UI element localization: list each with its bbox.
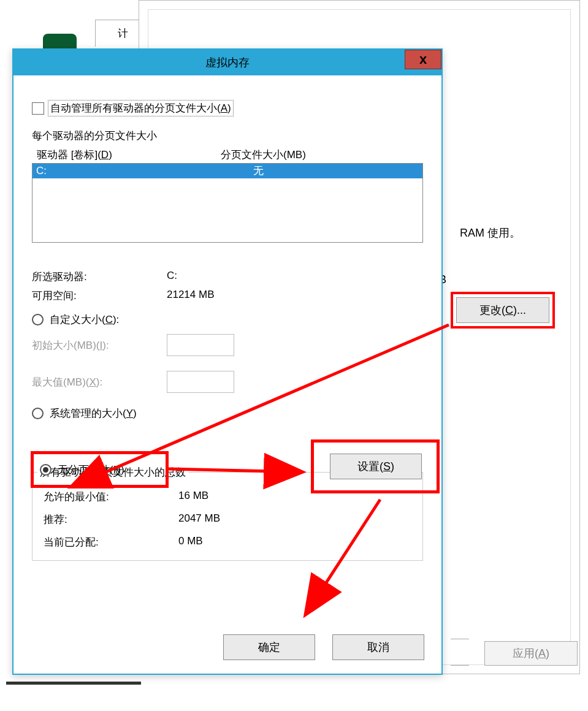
change-button-label: 更改(C)... [479, 303, 526, 317]
auto-manage-label[interactable]: 自动管理所有驱动器的分页文件大小(A) [48, 100, 234, 116]
max-size-label: 最大值(MB)(X): [32, 375, 161, 389]
ok-button[interactable]: 确定 [223, 634, 315, 660]
close-icon: x [419, 51, 427, 67]
selected-drive-row: 所选驱动器: C: [32, 270, 423, 284]
min-label: 允许的最小值: [44, 490, 178, 504]
free-space-value: 21214 MB [167, 289, 215, 303]
dialog-button-row: 确定 取消 [223, 634, 424, 660]
close-button[interactable]: x [405, 50, 441, 69]
highlight-no-paging: 无分页文件(N) [31, 451, 169, 488]
free-space-row: 可用空间: 21214 MB [32, 289, 423, 303]
cur-label: 当前已分配: [44, 535, 178, 549]
bg-taskbar-line [6, 682, 141, 685]
radio-no-paging-label: 无分页文件(N) [58, 463, 124, 477]
radio-system[interactable] [32, 408, 44, 419]
virtual-memory-dialog: 虚拟内存 x 自动管理所有驱动器的分页文件大小(A) 每个驱动器的分页文件大小 … [12, 48, 443, 675]
selected-drive-value: C: [167, 270, 177, 284]
header-size: 分页文件大小(MB) [221, 148, 306, 162]
set-button[interactable]: 设置(S) [330, 454, 422, 479]
dialog-titlebar[interactable]: 虚拟内存 x [13, 50, 441, 75]
selected-drive-label: 所选驱动器: [32, 270, 167, 284]
drive-row-name: C: [32, 164, 241, 178]
apply-button[interactable]: 应用(A) [484, 641, 578, 666]
apply-button-label: 应用(A) [513, 646, 549, 661]
radio-custom-label: 自定义大小(C): [50, 313, 119, 327]
rec-label: 推荐: [44, 512, 178, 527]
min-value: 16 MB [178, 490, 208, 504]
max-size-row: 最大值(MB)(X): [32, 371, 423, 393]
drive-listbox[interactable]: C: 无 [32, 163, 423, 243]
cancel-button-label: 取消 [367, 640, 389, 655]
set-button-label: 设置(S) [357, 459, 394, 474]
free-space-label: 可用空间: [32, 289, 167, 303]
dialog-title: 虚拟内存 [205, 55, 250, 70]
cancel-button[interactable]: 取消 [332, 634, 424, 660]
radio-no-paging[interactable] [40, 464, 52, 476]
cur-value: 0 MB [178, 535, 203, 549]
drive-row-c[interactable]: C: 无 [32, 164, 422, 178]
highlight-change-button: 更改(C)... [451, 292, 555, 329]
initial-size-label: 初始大小(MB)(I): [32, 338, 161, 352]
highlight-set-button: 设置(S) [311, 439, 440, 493]
max-size-input[interactable] [167, 371, 234, 393]
bg-ram-text: RAM 使用。 [460, 226, 521, 240]
radio-custom-row[interactable]: 自定义大小(C): [32, 313, 423, 327]
radio-system-row[interactable]: 系统管理的大小(Y) [32, 406, 423, 420]
initial-size-input[interactable] [167, 334, 234, 356]
auto-manage-row: 自动管理所有驱动器的分页文件大小(A) [32, 100, 423, 116]
change-button[interactable]: 更改(C)... [456, 297, 549, 323]
initial-size-row: 初始大小(MB)(I): [32, 334, 423, 356]
rec-row: 推荐: 2047 MB [44, 512, 411, 527]
auto-manage-checkbox[interactable] [32, 102, 44, 115]
drive-row-size: 无 [241, 164, 422, 178]
ok-button-label: 确定 [258, 640, 280, 655]
radio-custom[interactable] [32, 314, 44, 325]
bg-button-fragment [451, 639, 469, 666]
cur-row: 当前已分配: 0 MB [44, 535, 411, 549]
rec-value: 2047 MB [178, 512, 220, 527]
header-drive: 驱动器 [卷标](D) [37, 148, 221, 162]
dialog-body: 自动管理所有驱动器的分页文件大小(A) 每个驱动器的分页文件大小 驱动器 [卷标… [13, 75, 441, 674]
each-drive-label: 每个驱动器的分页文件大小 [32, 129, 423, 143]
radio-system-label: 系统管理的大小(Y) [50, 406, 137, 420]
drive-list-headers: 驱动器 [卷标](D) 分页文件大小(MB) [32, 148, 423, 162]
